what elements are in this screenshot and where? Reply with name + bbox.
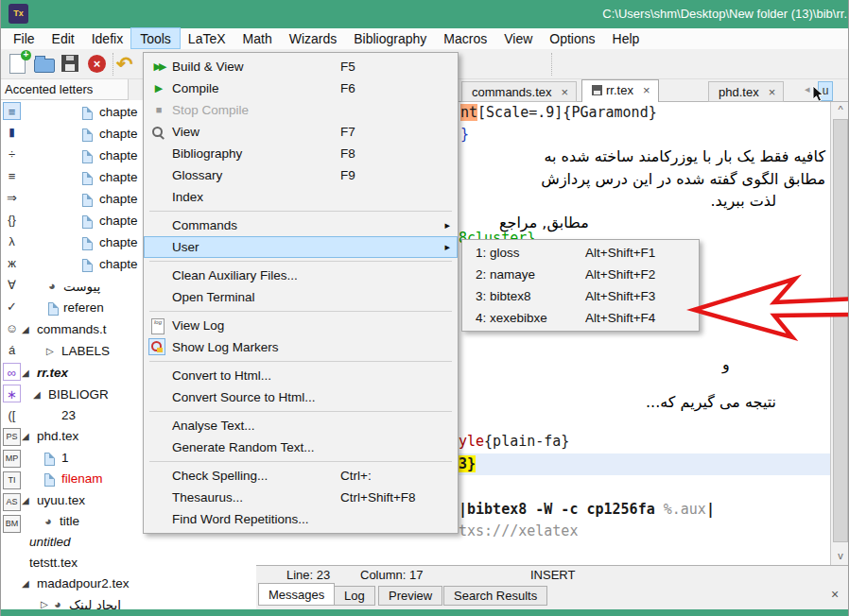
submenu-item-namaye[interactable]: 2: namayeAlt+Shift+F2 (462, 264, 699, 285)
structure-icon[interactable]: ≡ (3, 102, 21, 120)
menu-item-bibliography[interactable]: BibliographyF8 (144, 143, 458, 164)
braces-icon[interactable]: {} (3, 211, 21, 229)
mp-icon[interactable]: MP (3, 450, 21, 468)
save-button[interactable] (60, 53, 82, 76)
tree-item-label: referen (63, 300, 104, 315)
bracket-icon[interactable]: ([ (3, 406, 21, 424)
menu-item-clean-auxiliary-files[interactable]: Clean Auxiliary Files... (144, 265, 458, 286)
expander-icon[interactable]: ▷ (41, 599, 48, 609)
menu-item-index[interactable]: Index (144, 186, 458, 208)
ps-icon[interactable]: PS (3, 428, 21, 446)
menubar-item-wizards[interactable]: Wizards (281, 28, 346, 48)
close-file-button[interactable]: × (86, 53, 109, 76)
ti-icon[interactable]: TI (3, 471, 21, 489)
menubar-item-latex[interactable]: LaTeX (180, 28, 234, 48)
bookmark-icon[interactable]: ▮ (3, 124, 21, 142)
tab-phd-tex[interactable]: phd.tex× (708, 81, 784, 102)
smiley-icon[interactable]: ☺ (3, 319, 21, 337)
expander-icon[interactable]: ◢ (22, 431, 29, 441)
bm-icon[interactable]: BM (3, 515, 21, 533)
menu-item-convert-source-to-html[interactable]: Convert Source to Html... (144, 386, 458, 408)
submenu-item-gloss[interactable]: 1: glossAlt+Shift+F1 (462, 242, 699, 264)
expander-icon[interactable]: ◢ (22, 368, 29, 378)
menu-item-compile[interactable]: ▶CompileF6 (144, 77, 458, 99)
menubar-item-options[interactable]: Options (541, 28, 603, 48)
new-document-button[interactable]: + (7, 53, 29, 76)
lines-icon[interactable]: ≡ (3, 167, 21, 185)
close-icon[interactable]: × (769, 85, 776, 99)
lambda-icon[interactable]: λ (3, 232, 21, 250)
submenu-item-bibtex8[interactable]: 3: bibtex8Alt+Shift+F3 (462, 285, 699, 307)
code-line: yle{plain-fa} (459, 433, 569, 450)
infinity-icon[interactable]: ∞ (3, 363, 21, 381)
expander-icon[interactable]: ◢ (22, 578, 29, 589)
menu-item-build-view[interactable]: ▶▶Build & ViewF5 (144, 56, 458, 77)
tab-preview[interactable]: Preview (378, 586, 442, 606)
scroll-down-arrow[interactable]: v (831, 550, 849, 561)
menu-item-show-log-markers[interactable]: Show Log Markers (144, 336, 458, 358)
menu-item-glossary[interactable]: GlossaryF9 (144, 164, 458, 186)
menubar-item-math[interactable]: Math (234, 28, 281, 48)
tab-commands-tex[interactable]: commands.tex× (461, 81, 577, 102)
menu-item-user[interactable]: User▸ (144, 236, 458, 258)
as-icon[interactable]: AS (3, 493, 21, 511)
menubar-item-macros[interactable]: Macros (435, 28, 495, 48)
menu-item-convert-to-html[interactable]: Convert to Html... (144, 365, 458, 386)
menu-item-commands[interactable]: Commands▸ (144, 214, 458, 236)
scroll-up-arrow[interactable]: ^ (831, 104, 849, 115)
menu-item-view[interactable]: ViewF7 (144, 121, 458, 143)
check-icon[interactable]: ✓ (3, 298, 21, 316)
file-icon (82, 150, 93, 163)
menubar-item-idefix[interactable]: Idefix (83, 28, 131, 48)
submenu-item-xexebibxe[interactable]: 4: xexebibxeAlt+Shift+F4 (462, 307, 699, 329)
tab-label: phd.tex (719, 85, 759, 99)
menu-item-generate-random-text[interactable]: Generate Random Text... (144, 436, 458, 458)
open-folder-icon (34, 59, 55, 73)
status-column: Column: 17 (360, 568, 423, 582)
forall-icon[interactable]: ∀ (3, 276, 21, 294)
divide-icon[interactable]: ÷ (3, 145, 21, 163)
menubar-item-tools[interactable]: Tools (131, 28, 180, 48)
menu-item-analyse-text[interactable]: Analyse Text... (144, 415, 458, 436)
menubar-item-view[interactable]: View (495, 28, 541, 48)
close-panel-icon[interactable]: × (831, 587, 839, 602)
expander-icon[interactable]: ◢ (33, 389, 41, 400)
menu-item-label: Build & View (172, 60, 244, 74)
menubar-item-help[interactable]: Help (604, 28, 649, 48)
tab-rr-tex[interactable]: rr.tex× (581, 79, 659, 102)
tab-messages[interactable]: Messages (258, 583, 335, 606)
menubar-item-file[interactable]: File (5, 28, 43, 48)
menubar-item-bibliography[interactable]: Bibliography (345, 28, 435, 48)
editor-scrollbar[interactable]: ^ v (830, 102, 849, 565)
open-file-button[interactable] (33, 53, 56, 76)
menu-item-view-log[interactable]: logView Log (144, 315, 458, 336)
menu-item-open-terminal[interactable]: Open Terminal (144, 286, 458, 308)
expander-icon[interactable]: ▷ (46, 346, 54, 356)
menu-shortcut: F5 (340, 56, 355, 77)
menu-item-label: View Log (172, 318, 224, 333)
tab-scroll-left-button[interactable]: ◂ (805, 83, 810, 95)
asterisk-icon[interactable]: ∗ (3, 385, 21, 402)
menu-item-label: Find Word Repetitions... (172, 512, 309, 526)
expander-icon[interactable]: ◢ (22, 324, 29, 334)
close-icon[interactable]: × (562, 85, 569, 99)
submenu-arrow-icon: ▸ (444, 236, 450, 258)
menu-item-thesaurus[interactable]: Thesaurus...Ctrl+Shift+F8 (144, 487, 458, 508)
submenu-arrow-icon: ▸ (444, 214, 450, 236)
undo-button[interactable]: ↶ (116, 53, 139, 76)
accent-icon[interactable]: á (3, 341, 21, 359)
tab-search-results[interactable]: Search Results (443, 586, 547, 606)
arrow-icon[interactable]: ⇒ (3, 189, 21, 207)
menubar-item-edit[interactable]: Edit (43, 28, 83, 48)
close-icon[interactable]: × (643, 83, 650, 97)
cyrillic-icon[interactable]: ж (3, 254, 21, 272)
sidebar-icon-strip: ≡ ▮ ÷ ≡ ⇒ {} λ ж ∀ ✓ ☺ á ∞ ∗ ([ PS MP TI… (1, 102, 23, 537)
close-file-icon: × (88, 55, 106, 73)
menu-item-find-word-repetitions[interactable]: Find Word Repetitions... (144, 508, 458, 530)
tab-log[interactable]: Log (334, 586, 375, 606)
brace-match: 3 (459, 455, 467, 472)
scrollbar-thumb[interactable] (833, 119, 848, 542)
expander-icon[interactable]: ◢ (22, 495, 29, 505)
menu-item-check-spelling[interactable]: Check Spelling...Ctrl+: (144, 465, 458, 487)
tree-item-label: commands.t (37, 322, 107, 336)
